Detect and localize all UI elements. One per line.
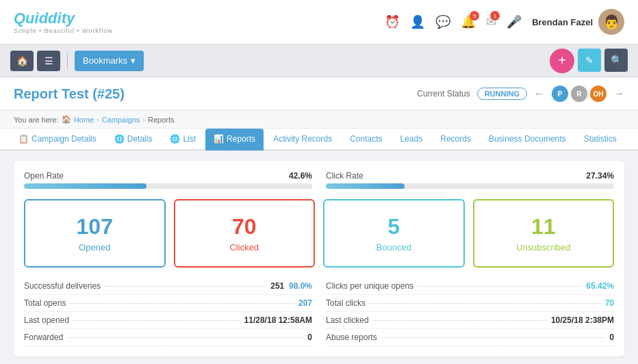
breadcrumb-sep-1: › [97,116,99,124]
main-content: Open Rate 42.6% Click Rate 27.34% [0,151,638,364]
open-rate-bar [24,183,312,189]
breadcrumb-campaigns[interactable]: Campaigns [102,116,140,124]
breadcrumb-home[interactable]: Home [74,116,94,124]
logo-text: Quiddity [14,10,113,27]
users-icon[interactable]: 👤 [410,14,425,29]
dots-2 [70,303,294,304]
tab-reports[interactable]: 📊 Reports [205,129,264,151]
breadcrumb-current: Reports [148,116,175,124]
stat-box-clicked: 70 Clicked [174,199,316,268]
search-button[interactable]: 🔍 [604,49,628,72]
edit-button[interactable]: ✎ [578,49,601,72]
stat-box-unsubscribed: 11 Unsubscribed [473,199,615,268]
label-total-opens: Total opens [24,298,66,308]
stats-card: Open Rate 42.6% Click Rate 27.34% [14,161,624,356]
clicked-number: 70 [186,214,304,239]
add-button[interactable]: + [550,49,574,73]
unsubscribed-label: Unsubscribed [485,242,603,252]
stat-row-last-opened: Last opened 11/28/18 12:58AM [24,312,312,329]
nav-circle-r[interactable]: R [571,86,587,102]
bookmarks-label: Bookmarks [83,55,127,66]
bell-badge: 5 [470,11,479,21]
header: Quiddity Simple • Beautiful • Workflow ⏰… [0,0,638,44]
label-abuse-reports: Abuse reports [326,333,377,342]
value-last-clicked: 10/25/18 2:38PM [551,315,614,325]
dots-4 [67,337,303,338]
stat-row-clicks-unique: Clicks per unique opens 65.42% [326,278,614,295]
next-nav-button[interactable]: → [613,88,624,100]
stat-box-bounced: 5 Bounced [323,199,465,268]
tab-activity-records[interactable]: Activity Records [265,129,340,151]
label-last-opened: Last opened [24,315,69,325]
stat-row-abuse-reports: Abuse reports 0 [326,329,614,346]
dots-3 [73,320,240,321]
stat-row-forwarded: Forwarded 0 [24,329,312,346]
chat-icon[interactable]: 💬 [435,14,450,29]
tab-contacts[interactable]: Contacts [342,129,390,151]
chevron-down-icon: ▾ [131,55,136,66]
label-successful-deliveries: Successful deliveries [24,281,101,291]
avatar: 👨 [598,9,624,35]
label-clicks-unique: Clicks per unique opens [326,281,413,291]
stat-row-last-clicked: Last clicked 10/25/18 2:38PM [326,312,614,329]
tab-list-icon: 🌐 [170,134,180,144]
dots-6 [370,303,601,304]
tab-campaign-details-icon: 📋 [18,134,29,144]
mail-icon[interactable]: ✉ 1 [486,14,496,29]
value-last-opened: 11/28/18 12:58AM [244,315,312,325]
tab-statistics[interactable]: Statistics [576,129,625,151]
tab-business-documents[interactable]: Business Documents [481,129,574,151]
tab-records[interactable]: Records [432,129,479,151]
value-clicks-unique: 65.42% [586,281,614,291]
nav-circles: P R OH [552,86,607,102]
mic-icon[interactable]: 🎤 [507,14,522,29]
page-title: Report Test (#25) [14,86,125,102]
click-rate-bar [326,183,614,189]
status-area: Current Status RUNNING ← P R OH → [417,86,624,102]
stat-boxes: 107 Opened 70 Clicked 5 Bounced 11 Unsub… [24,199,614,268]
breadcrumb-sep-2: › [142,116,145,124]
tab-list[interactable]: 🌐 List [162,129,204,151]
header-right: ⏰ 👤 💬 🔔 5 ✉ 1 🎤 Brendan Fazel 👨 [385,9,624,35]
open-rate-fill [24,183,146,189]
bell-icon[interactable]: 🔔 5 [461,14,476,29]
right-stats-col: Clicks per unique opens 65.42% Total cli… [326,278,614,346]
bounced-label: Bounced [335,242,453,252]
tab-details[interactable]: 🌐 Details [106,129,161,151]
logo: Quiddity Simple • Beautiful • Workflow [14,10,113,34]
stats-list: Successful deliveries 251 98.0% Total op… [24,278,614,346]
tab-reports-icon: 📊 [214,134,224,144]
prev-nav-button[interactable]: ← [534,88,545,100]
breadcrumb: You are here: 🏠 Home › Campaigns › Repor… [0,111,638,129]
value-total-clicks: 70 [605,298,614,308]
mail-badge: 1 [490,11,500,21]
dots-8 [381,337,606,338]
label-forwarded: Forwarded [24,333,63,342]
nav-circle-p[interactable]: P [552,86,568,102]
toolbar: 🏠 ☰ Bookmarks ▾ + ✎ 🔍 [0,44,638,77]
tab-details-icon: 🌐 [114,134,125,144]
opened-label: Opened [36,242,154,252]
value-successful-deliveries: 251 98.0% [270,281,312,291]
current-status-label: Current Status [417,89,470,99]
bookmarks-button[interactable]: Bookmarks ▾ [75,51,144,71]
user-name: Brendan Fazel [532,17,593,27]
open-rate-label: Open Rate [24,171,64,181]
tab-campaign-details[interactable]: 📋 Campaign Details [10,129,105,151]
stat-row-total-opens: Total opens 207 [24,295,312,312]
click-rate-label: Click Rate [326,171,363,181]
status-badge: RUNNING [477,88,527,100]
left-stats-col: Successful deliveries 251 98.0% Total op… [24,278,312,346]
stat-box-opened: 107 Opened [24,199,166,268]
menu-button[interactable]: ☰ [37,51,60,71]
tabs-bar: 📋 Campaign Details 🌐 Details 🌐 List 📊 Re… [0,129,638,151]
home-button[interactable]: 🏠 [10,51,34,71]
home-icon: 🏠 [62,115,71,124]
click-rate-section: Click Rate 27.34% [319,171,614,189]
unsubscribed-number: 11 [485,214,603,239]
nav-circle-oh[interactable]: OH [590,86,607,102]
clock-icon[interactable]: ⏰ [385,14,400,29]
tab-leads[interactable]: Leads [392,129,431,151]
open-rate-value: 42.6% [289,171,312,181]
click-rate-value: 27.34% [586,171,614,181]
